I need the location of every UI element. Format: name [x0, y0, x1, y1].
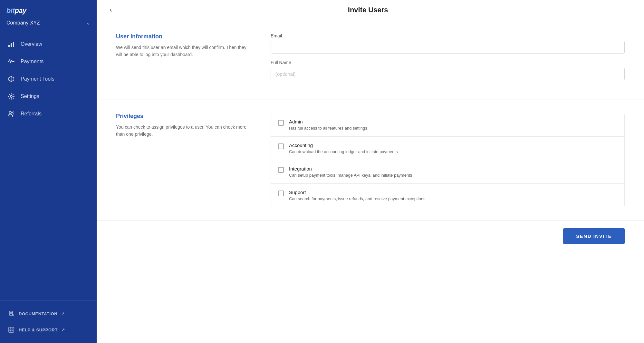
sidebar-item-payments[interactable]: Payments	[0, 53, 97, 70]
accounting-desc: Can download the accounting ledger and i…	[289, 149, 398, 154]
sidebar-item-overview-label: Overview	[21, 41, 42, 47]
fullname-group: Full Name	[271, 60, 625, 80]
logo: bitpay	[6, 6, 90, 15]
logo-area: bitpay	[0, 0, 97, 18]
company-selector[interactable]: Company XYZ ⌄	[0, 18, 97, 32]
fullname-label: Full Name	[271, 60, 625, 65]
sidebar-item-payments-label: Payments	[21, 59, 43, 64]
external-link-icon-2: ↗	[62, 328, 65, 332]
external-link-icon: ↗	[61, 311, 65, 316]
company-name: Company XYZ	[6, 20, 40, 26]
user-information-info: User Information We will send this user …	[116, 33, 251, 58]
help-support-label: HELP & SUPPORT	[19, 328, 58, 332]
email-group: Email	[271, 33, 625, 54]
sidebar-item-payment-tools-label: Payment Tools	[21, 76, 54, 82]
privileges-section: Privileges You can check to assign privi…	[97, 100, 644, 220]
sidebar: bitpay Company XYZ ⌄ Overview Payments	[0, 0, 97, 343]
main-content: ‹ Invite Users User Information We will …	[97, 0, 644, 343]
support-checkbox[interactable]	[278, 191, 284, 196]
admin-checkbox[interactable]	[278, 120, 284, 126]
user-information-desc: We will send this user an email which th…	[116, 44, 251, 58]
page-header: ‹ Invite Users	[97, 0, 644, 20]
help-support-link[interactable]: HELP & SUPPORT ↗	[0, 322, 97, 338]
email-label: Email	[271, 33, 625, 38]
privileges-title: Privileges	[116, 113, 251, 120]
sidebar-item-settings-label: Settings	[21, 93, 39, 99]
sidebar-item-referrals[interactable]: Referrals	[0, 105, 97, 122]
sidebar-item-overview[interactable]: Overview	[0, 35, 97, 53]
email-input[interactable]	[271, 41, 625, 54]
page-content: User Information We will send this user …	[97, 20, 644, 343]
privileges-list: Admin Has full access to all features an…	[271, 113, 625, 207]
admin-name: Admin	[289, 119, 367, 124]
privileges-info: Privileges You can check to assign privi…	[116, 113, 251, 138]
integration-checkbox[interactable]	[278, 167, 284, 173]
accounting-checkbox[interactable]	[278, 143, 284, 149]
svg-rect-2	[13, 42, 14, 47]
sidebar-item-payment-tools[interactable]: Payment Tools	[0, 70, 97, 88]
documentation-label: DOCUMENTATION	[19, 311, 57, 316]
help-icon	[8, 326, 15, 333]
chevron-down-icon: ⌄	[86, 20, 90, 25]
documentation-link[interactable]: DOCUMENTATION ↗	[0, 306, 97, 322]
sidebar-item-settings[interactable]: Settings	[0, 88, 97, 105]
svg-rect-0	[8, 45, 10, 47]
sidebar-bottom: DOCUMENTATION ↗ HELP & SUPPORT ↗	[0, 300, 97, 343]
people-icon	[8, 110, 15, 117]
privilege-admin: Admin Has full access to all features an…	[271, 113, 624, 137]
sidebar-item-referrals-label: Referrals	[21, 111, 42, 117]
page-title: Invite Users	[118, 6, 618, 14]
doc-icon	[8, 310, 15, 317]
integration-desc: Can setup payment tools, manage API keys…	[289, 173, 412, 178]
support-name: Support	[289, 190, 425, 195]
bar-chart-icon	[8, 41, 15, 48]
user-information-title: User Information	[116, 33, 251, 40]
svg-point-5	[13, 112, 14, 113]
privilege-integration: Integration Can setup payment tools, man…	[271, 160, 624, 184]
accounting-name: Accounting	[289, 142, 398, 148]
send-invite-button[interactable]: SEND INVITE	[563, 228, 625, 244]
integration-name: Integration	[289, 166, 412, 172]
svg-point-4	[9, 112, 12, 114]
form-footer: SEND INVITE	[97, 220, 644, 252]
gear-icon	[8, 93, 15, 100]
user-information-section: User Information We will send this user …	[97, 20, 644, 100]
fullname-input[interactable]	[271, 68, 625, 80]
privileges-desc: You can check to assign privileges to a …	[116, 123, 251, 138]
svg-rect-7	[9, 327, 14, 332]
activity-icon	[8, 58, 15, 65]
back-button[interactable]: ‹	[110, 6, 112, 14]
privilege-accounting: Accounting Can download the accounting l…	[271, 137, 624, 160]
user-information-form: Email Full Name	[271, 33, 625, 87]
svg-point-3	[10, 95, 12, 97]
support-desc: Can search for payments, issue refunds, …	[289, 196, 425, 201]
sidebar-nav: Overview Payments Payment Tools	[0, 32, 97, 300]
cube-icon	[8, 75, 15, 83]
svg-rect-1	[11, 43, 12, 47]
privilege-support: Support Can search for payments, issue r…	[271, 184, 624, 207]
admin-desc: Has full access to all features and sett…	[289, 126, 367, 131]
